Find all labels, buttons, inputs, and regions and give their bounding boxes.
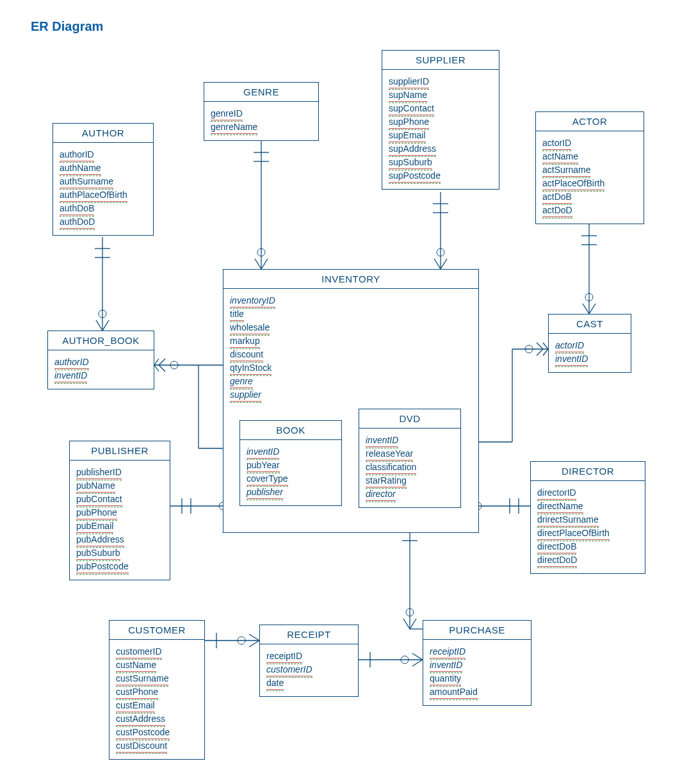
attr: genreName	[211, 120, 257, 134]
attr: receiptID	[266, 649, 302, 663]
attr: starRating	[366, 474, 407, 487]
entity-body: authorID authName authSurname authPlaceO…	[53, 143, 153, 235]
attr: supplierID	[389, 75, 429, 88]
attr: pubPhone	[76, 506, 117, 519]
page-title: ER Diagram	[31, 19, 103, 34]
attr: directName	[537, 500, 583, 513]
attr: wholesale	[230, 321, 270, 334]
attr-fk: inventoryID	[230, 294, 275, 307]
attr: actDoD	[542, 204, 572, 217]
attr: amountPaid	[430, 685, 478, 699]
attr: actPlaceOfBirth	[542, 177, 604, 190]
entity-cast: CAST actorID inventID	[548, 314, 631, 373]
svg-point-20	[585, 293, 593, 301]
attr: supPostcode	[389, 169, 441, 183]
entity-author-book: AUTHOR_BOOK authorID inventID	[47, 331, 154, 389]
svg-point-3	[99, 310, 106, 318]
attr: authDoB	[60, 202, 94, 215]
attr: custDiscount	[116, 739, 167, 753]
entity-title: SUPPLIER	[382, 51, 499, 70]
entity-author: AUTHOR authorID authName authSurname aut…	[53, 123, 154, 236]
attr: supEmail	[389, 129, 426, 142]
entity-title: PUBLISHER	[70, 441, 170, 461]
svg-point-45	[238, 637, 245, 644]
attr: pubPostcode	[76, 560, 129, 573]
entity-title: AUTHOR	[53, 124, 153, 143]
entity-book: BOOK inventID pubYear coverType publishe…	[239, 420, 342, 506]
attr: supPhone	[389, 115, 429, 129]
attr-fk: inventID	[430, 658, 462, 672]
attr-fk: inventID	[247, 445, 279, 459]
svg-point-16	[437, 249, 444, 256]
attr: classification	[366, 461, 416, 474]
attr: supSuburb	[389, 156, 432, 169]
attr: directPlaceOfBirth	[537, 527, 610, 540]
entity-title: DIRECTOR	[531, 462, 645, 481]
attr-fk: inventID	[366, 434, 398, 447]
svg-point-12	[257, 249, 265, 256]
attr: coverType	[247, 472, 288, 486]
svg-point-42	[401, 656, 409, 664]
attr: date	[266, 676, 284, 690]
entity-title: PURCHASE	[423, 621, 531, 640]
attr: directDoD	[537, 553, 577, 567]
attr: custPostcode	[116, 726, 170, 739]
attr: pubEmail	[76, 519, 113, 533]
attr: custPhone	[116, 685, 158, 699]
attr: pubContact	[76, 493, 122, 506]
attr: qtyInStock	[230, 361, 272, 375]
attr: custName	[116, 658, 156, 672]
attr-fk: supplier	[230, 388, 261, 402]
attr: authorID	[60, 148, 94, 161]
entity-title: AUTHOR_BOOK	[48, 331, 154, 350]
attr: customerID	[116, 645, 162, 658]
entity-publisher: PUBLISHER publisherID pubName pubContact…	[69, 441, 170, 580]
entity-title: DVD	[359, 409, 460, 429]
svg-point-37	[406, 608, 414, 616]
attr: publisherID	[76, 466, 122, 479]
entity-supplier: SUPPLIER supplierID supName supContact s…	[382, 50, 499, 190]
attr: actDoB	[542, 190, 572, 204]
attr: discount	[230, 348, 263, 361]
attr-fk: publisher	[247, 486, 283, 499]
entity-genre: GENRE genreID genreName	[204, 82, 319, 141]
entity-director: DIRECTOR directorID directName drirectSu…	[530, 461, 645, 574]
attr: pubName	[76, 479, 115, 493]
attr: pubAddress	[76, 533, 124, 546]
attr: custEmail	[116, 699, 155, 712]
attr: quantity	[430, 672, 461, 685]
attr-fk: genre	[230, 375, 253, 388]
attr: authName	[60, 161, 101, 175]
attr: actorID	[542, 136, 571, 150]
attr: authPlaceOfBirth	[60, 188, 127, 202]
attr: genreID	[211, 107, 243, 120]
attr-fk: receiptID	[430, 645, 466, 658]
entity-title: CUSTOMER	[109, 621, 204, 640]
entity-title: GENRE	[204, 83, 318, 102]
attr: actName	[542, 150, 578, 163]
er-diagram-canvas: ER Diagram	[0, 0, 689, 784]
attr-fk: customerID	[266, 663, 312, 676]
attr: drirectSurname	[537, 513, 599, 527]
attr: title	[230, 307, 244, 321]
entity-actor: ACTOR actorID actName actSurname actPlac…	[535, 111, 644, 224]
entity-customer: CUSTOMER customerID custName custSurname…	[109, 620, 205, 760]
entity-dvd: DVD inventID releaseYear classification …	[359, 409, 461, 508]
entity-title: ACTOR	[536, 112, 644, 131]
svg-point-5	[170, 361, 178, 369]
attr: directorID	[537, 486, 576, 500]
attr: releaseYear	[366, 447, 413, 461]
entity-title: INVENTORY	[223, 270, 478, 289]
attr-fk: inventID	[555, 352, 588, 366]
attr-fk: inventID	[54, 369, 87, 382]
attr: authDoD	[60, 215, 95, 229]
attr: supContact	[389, 102, 434, 115]
attr-fk: director	[366, 487, 396, 501]
attr: authSurname	[60, 175, 113, 188]
entity-title: BOOK	[240, 421, 341, 440]
attr: pubYear	[247, 459, 280, 472]
attr: supName	[389, 88, 427, 102]
attr-fk: actorID	[555, 339, 584, 352]
attr: markup	[230, 334, 260, 348]
attr: pubSuburb	[76, 546, 120, 560]
